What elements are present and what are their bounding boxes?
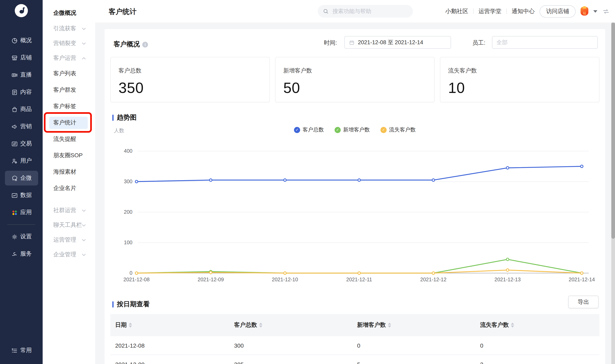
secondary-item-label: 朋友圈SOP [53, 152, 83, 159]
shopping-bag-icon [11, 106, 18, 113]
data-point[interactable] [284, 179, 286, 181]
app-window: 概况店铺直播内容商品营销交易用户企微数据应用设置服务 常用 企微概况引流获客营销… [0, 0, 615, 364]
sidebar-item-goods[interactable]: 商品 [0, 101, 43, 118]
sidebar-item-apps[interactable]: 应用 [0, 204, 43, 221]
data-point[interactable] [432, 272, 434, 274]
data-point[interactable] [581, 165, 583, 168]
sidebar-item-data[interactable]: 数据 [0, 187, 43, 204]
search-box[interactable] [318, 5, 413, 18]
secondary-item-marketing-fission[interactable]: 营销裂变 [43, 36, 95, 51]
data-point[interactable] [135, 180, 138, 183]
data-point[interactable] [506, 167, 509, 169]
data-point[interactable] [284, 272, 286, 274]
sidebar-item-frequent[interactable]: 常用 [0, 342, 43, 359]
column-header-2[interactable]: 新增客户数 [352, 321, 475, 329]
secondary-item-lead-acquisition[interactable]: 引流获客 [43, 21, 95, 36]
link-notifications[interactable]: 通知中心 [512, 8, 535, 15]
data-point[interactable] [135, 272, 138, 274]
sidebar-item-label: 直播 [20, 71, 32, 79]
data-point[interactable] [506, 269, 509, 271]
secondary-item-label: 客户列表 [53, 70, 76, 77]
switch-account-icon[interactable] [602, 8, 610, 15]
secondary-item-customer-stats[interactable]: 客户统计 [43, 115, 95, 131]
link-academy[interactable]: 运营学堂 [478, 8, 502, 15]
secondary-item-label: 企业管理 [53, 251, 76, 258]
legend-item-2[interactable]: ✓流失客户数 [380, 126, 416, 133]
data-point[interactable] [581, 272, 583, 274]
column-header-0[interactable]: 日期 [110, 321, 229, 329]
export-button[interactable]: 导出 [568, 296, 599, 308]
link-community[interactable]: 小鹅社区 [445, 8, 468, 15]
sidebar-item-service[interactable]: 服务 [0, 245, 43, 262]
secondary-item-label: 海报素材 [53, 168, 76, 176]
overview-title-text: 客户概况 [113, 40, 140, 49]
content-card: 客户概况 i 时间: 2021-12-08 至 2021-12-14 员工: 客… [105, 29, 605, 364]
account-caret-icon[interactable] [593, 10, 597, 13]
date-range-picker[interactable]: 2021-12-08 至 2021-12-14 [344, 36, 451, 49]
user-avatar[interactable]: 福 [581, 7, 588, 15]
brand-logo[interactable] [15, 4, 28, 17]
legend-item-1[interactable]: ✓新增客户数 [335, 126, 370, 133]
sidebar-item-shop[interactable]: 店铺 [0, 49, 43, 66]
y-tick-label: 200 [124, 209, 132, 215]
document-icon [11, 89, 18, 96]
staff-filter-label: 员工: [472, 39, 485, 47]
secondary-item-customer-tags[interactable]: 客户标签 [43, 98, 95, 115]
secondary-item-enterprise-management[interactable]: 企业管理 [43, 247, 95, 262]
secondary-item-customer-operation[interactable]: 客户运营 [43, 51, 95, 65]
sidebar-item-qiwei[interactable]: 企微 [0, 169, 43, 187]
sidebar-item-overview[interactable]: 概况 [0, 32, 43, 49]
secondary-item-community-operation[interactable]: 社群运营 [43, 203, 95, 218]
sidebar-item-live[interactable]: 直播 [0, 66, 43, 84]
data-point[interactable] [210, 271, 212, 274]
divider [473, 9, 474, 14]
x-tick-label: 2021-12-14 [569, 277, 595, 282]
column-header-3[interactable]: 流失客户数 [475, 321, 600, 329]
visit-shop-button[interactable]: 访问店铺 [540, 5, 576, 17]
legend-item-0[interactable]: ✓客户总数 [294, 126, 324, 133]
secondary-item-label: 企业名片 [53, 185, 76, 192]
sort-caret-icon[interactable] [259, 323, 262, 327]
data-point[interactable] [432, 179, 434, 181]
sort-caret-icon[interactable] [129, 323, 132, 327]
data-point[interactable] [358, 179, 360, 181]
stat-label: 客户总数 [118, 67, 269, 75]
legend-check-icon: ✓ [380, 127, 387, 133]
secondary-item-label: 客户统计 [53, 119, 76, 127]
secondary-item-poster-material[interactable]: 海报素材 [43, 164, 95, 180]
column-header-1[interactable]: 客户总数 [229, 321, 352, 329]
data-point[interactable] [358, 272, 360, 274]
section-accent-bar [112, 115, 113, 121]
sidebar-item-settings[interactable]: 设置 [0, 228, 43, 245]
column-label: 新增客户数 [357, 321, 386, 329]
secondary-item-chat-toolbar[interactable]: 聊天工具栏 [43, 218, 95, 233]
sidebar-item-marketing[interactable]: 营销 [0, 118, 43, 135]
table-cell: 0 [352, 342, 475, 349]
secondary-item-customer-list[interactable]: 客户列表 [43, 65, 95, 82]
sidebar-item-users[interactable]: 用户 [0, 152, 43, 169]
info-icon[interactable]: i [142, 41, 148, 47]
scrollbar-handle[interactable] [611, 23, 615, 239]
sidebar-item-label: 营销 [20, 123, 32, 130]
sidebar-item-trade[interactable]: 交易 [0, 135, 43, 152]
data-point[interactable] [210, 179, 212, 181]
stat-label: 流失客户数 [448, 67, 599, 75]
exchange-icon [11, 140, 18, 147]
x-tick-label: 2021-12-13 [494, 277, 521, 282]
secondary-item-qiwei-overview[interactable]: 企微概况 [43, 5, 95, 21]
staff-select-input[interactable] [492, 36, 598, 49]
search-input[interactable] [332, 8, 403, 15]
secondary-item-customer-mass-send[interactable]: 客户群发 [43, 82, 95, 98]
secondary-item-moments-sop[interactable]: 朋友圈SOP [43, 147, 95, 164]
sort-caret-icon[interactable] [388, 323, 391, 327]
sort-caret-icon[interactable] [511, 323, 514, 327]
bydate-title-text: 按日期查看 [117, 300, 150, 309]
x-tick-label: 2021-12-11 [346, 277, 372, 282]
sidebar-item-content[interactable]: 内容 [0, 84, 43, 101]
stat-value: 10 [448, 79, 599, 97]
secondary-item-operation-management[interactable]: 运营管理 [43, 233, 95, 247]
data-point[interactable] [506, 258, 509, 261]
legend-label: 流失客户数 [389, 126, 416, 133]
secondary-item-churn-reminder[interactable]: 流失提醒 [43, 131, 95, 147]
secondary-item-business-card[interactable]: 企业名片 [43, 180, 95, 196]
